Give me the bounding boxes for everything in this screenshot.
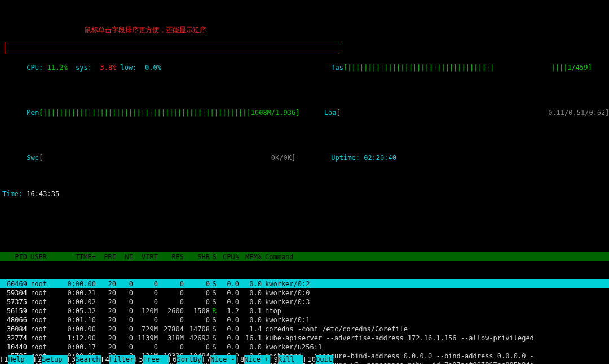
cell-cpu: 0.0 [219, 316, 239, 325]
cell-virt: 0 [133, 288, 158, 298]
col-mem[interactable]: MEM% [239, 252, 262, 261]
tas-label: Tas [331, 64, 343, 72]
col-virt[interactable]: VIRT [133, 252, 158, 261]
process-row[interactable]: 60469root0:00.00200000S0.00.0kworker/0:2 [0, 279, 609, 288]
fkey-f2[interactable]: F2Setup [34, 355, 68, 364]
process-row[interactable]: 59304root0:00.21200000S0.00.0kworker/0:0 [0, 288, 609, 298]
mem-label: Mem [27, 109, 39, 117]
fkey-f10[interactable]: F10Quit [303, 355, 333, 364]
fkey-f8[interactable]: F8Nice + [236, 355, 270, 364]
cell-pid: 48066 [0, 316, 27, 325]
cell-command: kworker/u256:1 [262, 343, 609, 352]
cell-time: 0:00.00 [60, 325, 96, 334]
loa-label: Loa [324, 109, 337, 117]
cell-user: root [27, 307, 60, 316]
cell-res: 0 [158, 316, 184, 325]
process-list[interactable]: 60469root0:00.00200000S0.00.0kworker/0:2… [0, 279, 609, 364]
col-ni[interactable]: NI [116, 252, 133, 261]
cell-virt: 0 [133, 343, 158, 352]
cell-shr: 0 [184, 316, 210, 325]
cell-ni: 0 [116, 316, 133, 325]
time-label: Time: [2, 190, 23, 198]
cell-ni: 0 [116, 343, 133, 352]
cell-mem: 0.0 [239, 316, 262, 325]
cell-shr: 1508 [184, 307, 210, 316]
cell-shr: 0 [184, 298, 210, 307]
htop-header: CPU: 11.2% sys: 3.8% low: 0.0% Tas[|||||… [0, 36, 609, 207]
process-row[interactable]: 10440root0:00.17200000S0.00.0kworker/u25… [0, 343, 609, 352]
cell-res: 318M [158, 334, 184, 343]
fkey-f1[interactable]: F1Help [0, 355, 34, 364]
cell-shr: 0 [184, 288, 210, 298]
process-row[interactable]: 48066root0:01.10200000S0.00.0kworker/0:1 [0, 316, 609, 325]
annotation-text: 鼠标单击字段排序更方便，还能显示逆序 [85, 25, 206, 34]
col-state[interactable]: S [210, 252, 219, 261]
cell-mem: 0.1 [239, 307, 262, 316]
fkey-f7[interactable]: F7Nice - [202, 355, 236, 364]
cell-state: R [210, 307, 219, 316]
cell-pri: 20 [96, 325, 116, 334]
col-user[interactable]: USER [27, 252, 60, 261]
cell-state: S [210, 298, 219, 307]
cell-time: 0:00.00 [60, 279, 96, 288]
cell-command: coredns -conf /etc/coredns/Corefile [262, 325, 609, 334]
cell-res: 0 [158, 279, 184, 288]
time-val: 16:43:35 [27, 190, 59, 198]
loa-right: 0.11/0.51/0.62] [548, 109, 609, 117]
cell-user: root [27, 334, 60, 343]
cell-pid: 57375 [0, 298, 27, 307]
cell-command: kworker/0:0 [262, 288, 609, 298]
cell-res: 0 [158, 343, 184, 352]
cell-user: root [27, 343, 60, 352]
cell-virt: 729M [133, 325, 158, 334]
cell-mem: 0.0 [239, 288, 262, 298]
cell-res: 0 [158, 288, 184, 298]
cell-pid: 36084 [0, 325, 27, 334]
cell-virt: 0 [133, 279, 158, 288]
process-row[interactable]: 57375root0:00.02200000S0.00.0kworker/0:3 [0, 298, 609, 307]
cell-command: kube-apiserver --advertise-address=172.1… [262, 334, 609, 343]
cell-pri: 20 [96, 279, 116, 288]
cell-cpu: 0.0 [219, 279, 239, 288]
cell-time: 0:05.32 [60, 307, 96, 316]
cell-pri: 20 [96, 316, 116, 325]
col-pri[interactable]: PRI [96, 252, 116, 261]
col-pid[interactable]: PID [0, 252, 27, 261]
cell-virt: 1139M [133, 334, 158, 343]
process-row[interactable]: 56159root0:05.32200120M26001508R1.20.1ht… [0, 307, 609, 316]
col-time[interactable]: TIME+ [60, 252, 96, 261]
col-res[interactable]: RES [158, 252, 184, 261]
uptime-val: 02:20:40 [364, 154, 396, 162]
cell-res: 27804 [158, 325, 184, 334]
cell-pri: 20 [96, 288, 116, 298]
cell-cpu: 0.0 [219, 298, 239, 307]
cell-ni: 0 [116, 298, 133, 307]
cell-mem: 0.0 [239, 343, 262, 352]
process-table-header[interactable]: PID USER TIME+ PRI NI VIRT RES SHR S CPU… [0, 252, 609, 261]
cpu-label: CPU: [27, 64, 43, 72]
loa-bar: [ [336, 109, 548, 117]
cell-cpu: 0.0 [219, 343, 239, 352]
sys-label: sys: [76, 64, 92, 72]
sys-val: 3.8% [100, 64, 116, 72]
cell-pid: 10440 [0, 343, 27, 352]
cell-time: 1:12.00 [60, 334, 96, 343]
col-command[interactable]: Command [262, 252, 609, 261]
cell-time: 0:00.17 [60, 343, 96, 352]
cell-mem: 0.0 [239, 298, 262, 307]
fkey-f9[interactable]: F9Kill [270, 355, 304, 364]
process-row[interactable]: 32774root1:12.002001139M318M42692S0.016.… [0, 334, 609, 343]
cell-pri: 20 [96, 307, 116, 316]
fkey-f4[interactable]: F4Filter [101, 355, 135, 364]
cell-res: 2600 [158, 307, 184, 316]
cell-user: root [27, 279, 60, 288]
col-cpu[interactable]: CPU% [219, 252, 239, 261]
function-key-bar: F1Help F2Setup F3SearchF4FilterF5Tree F6… [0, 355, 609, 364]
fkey-f6[interactable]: F6SortBy [169, 355, 202, 364]
process-row[interactable]: 36084root0:00.00200729M2780414708S0.01.4… [0, 325, 609, 334]
col-shr[interactable]: SHR [184, 252, 210, 261]
fkey-f3[interactable]: F3Search [68, 355, 102, 364]
fkey-f5[interactable]: F5Tree [135, 355, 169, 364]
cell-shr: 0 [184, 343, 210, 352]
cell-command: kworker/0:3 [262, 298, 609, 307]
